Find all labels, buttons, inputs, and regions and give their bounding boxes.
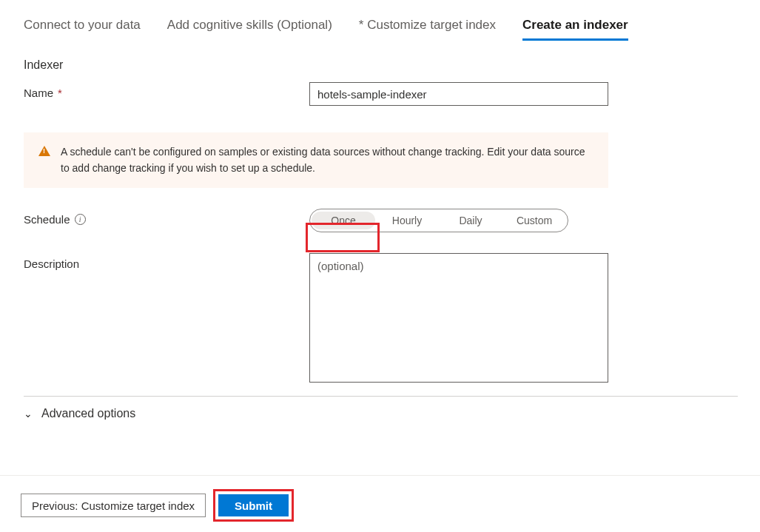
required-indicator: *: [58, 87, 62, 99]
name-label: Name *: [24, 82, 309, 99]
description-label: Description: [24, 253, 309, 270]
tab-create-indexer[interactable]: Create an indexer: [522, 18, 628, 41]
warning-icon: [38, 146, 50, 156]
schedule-row: Schedule i Once Hourly Daily Custom: [24, 209, 736, 232]
schedule-option-daily[interactable]: Daily: [439, 212, 502, 229]
schedule-label: Schedule i: [24, 209, 309, 226]
content-area: Indexer Name * A schedule can't be confi…: [0, 41, 760, 431]
footer: Previous: Customize target index Submit: [0, 475, 760, 522]
chevron-down-icon: ⌄: [24, 408, 33, 420]
tab-cognitive-skills[interactable]: Add cognitive skills (Optional): [167, 18, 332, 41]
tab-connect-data[interactable]: Connect to your data: [24, 18, 141, 41]
info-icon[interactable]: i: [75, 214, 86, 225]
section-title: Indexer: [24, 58, 736, 72]
warning-banner: A schedule can't be configured on sample…: [24, 132, 608, 188]
description-row: Description: [24, 253, 736, 383]
schedule-option-once[interactable]: Once: [312, 212, 375, 229]
submit-button[interactable]: Submit: [218, 494, 289, 516]
description-input[interactable]: [309, 253, 608, 383]
advanced-options-toggle[interactable]: ⌄ Advanced options: [24, 397, 736, 431]
name-input[interactable]: [309, 82, 608, 106]
highlight-submit: Submit: [213, 489, 294, 522]
schedule-option-custom[interactable]: Custom: [502, 212, 566, 229]
schedule-option-hourly[interactable]: Hourly: [375, 212, 439, 229]
tab-customize-index[interactable]: * Customize target index: [359, 18, 496, 41]
schedule-toggle-group: Once Hourly Daily Custom: [309, 209, 568, 232]
advanced-options-label: Advanced options: [41, 407, 135, 420]
name-row: Name *: [24, 82, 736, 106]
wizard-tabs: Connect to your data Add cognitive skill…: [0, 0, 760, 41]
warning-text: A schedule can't be configured on sample…: [61, 144, 593, 176]
previous-button[interactable]: Previous: Customize target index: [21, 494, 206, 517]
